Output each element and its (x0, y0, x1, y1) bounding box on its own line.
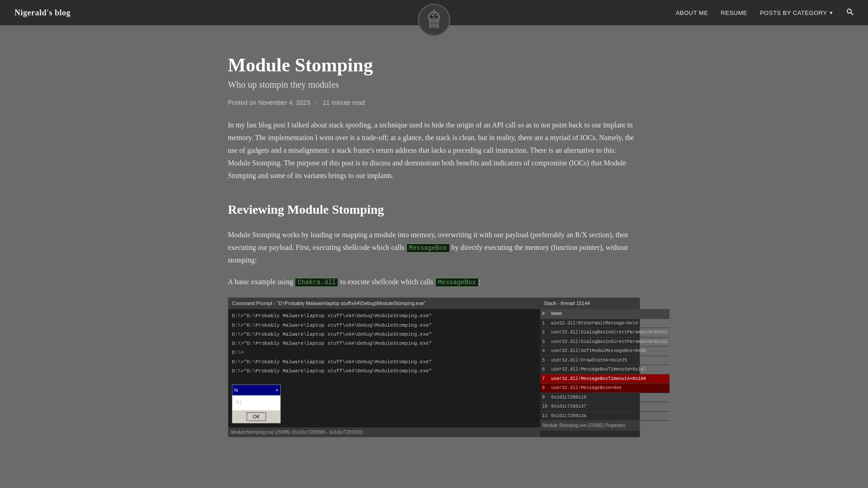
stack-titlebar: Stack - thread 15144 (540, 298, 640, 309)
dialog-buttons: OK (232, 410, 280, 423)
messagebox-code-1: MessageBox (406, 244, 450, 253)
messagebox-code-2: MessageBox (435, 278, 479, 287)
stack-row-10: 100x1d1c7280137 (540, 402, 670, 412)
section1-heading: Reviewing Module Stomping (228, 198, 640, 221)
navbar: Nigerald's blog ABOUT ME RES (0, 0, 868, 25)
about-me-link[interactable]: ABOUT ME (676, 9, 708, 16)
posts-by-category-label: POSTS BY CATEGORY (760, 9, 827, 16)
cmd-titlebar: Command Prompt - "D:\Probably Malware\la… (228, 298, 540, 309)
svg-rect-5 (429, 21, 439, 25)
svg-point-3 (432, 15, 433, 16)
read-time: 11 minute read (323, 99, 365, 106)
stack-col-num: # (540, 309, 549, 319)
resume-link[interactable]: RESUME (721, 9, 747, 16)
hi-dialog: hi × hi OK (232, 385, 537, 423)
svg-point-7 (434, 9, 435, 11)
intro-paragraph: In my last blog post I talked about stac… (228, 119, 640, 182)
stack-row-2: 2user32.dll!DialogBoxIndirectParamAorW+0… (540, 328, 670, 338)
logo-svg (423, 9, 445, 31)
dialog-ok-button[interactable]: OK (246, 412, 266, 421)
stack-col-name: Name (549, 309, 670, 319)
cmd-panel: Command Prompt - "D:\Probably Malware\la… (228, 298, 540, 437)
screenshot-image: Command Prompt - "D:\Probably Malware\la… (228, 297, 640, 437)
cmd-line-1: D:\>"D:\Probably Malware\laptop stuff\x6… (232, 312, 537, 320)
post-subtitle: Who up stompin they modules (228, 80, 640, 90)
stack-panel: Stack - thread 15144 # Name 1win32.dll!N… (540, 298, 640, 437)
cmd-line-3: D:\>"D:\Probably Malware\laptop stuff\x6… (232, 330, 537, 339)
svg-point-1 (430, 15, 434, 18)
cmd-body: D:\>"D:\Probably Malware\laptop stuff\x6… (228, 309, 540, 427)
stack-table: # Name 1win32.dll!NtUserWaitMessage+0x14… (540, 309, 670, 421)
dialog-titlebar: hi × (232, 385, 280, 395)
cmd-line-5: D:\> (232, 348, 537, 357)
cmd-line-6: D:\>"D:\Probably Malware\laptop stuff\x6… (232, 358, 537, 366)
dialog-title-text: hi (234, 386, 238, 394)
stack-row-6: 6user32.dll!MessageBoxTimeoutW+0x1a7 (540, 365, 670, 375)
site-brand[interactable]: Nigerald's blog (14, 8, 71, 18)
svg-point-2 (435, 15, 438, 18)
post-meta: Posted on November 4, 2023 · 11 minute r… (228, 99, 640, 106)
stack-row-11: 110x1d1c728013a (540, 411, 670, 421)
stack-row-4: 4user32.dll!SoftModalMessageBox+0x8b (540, 347, 670, 356)
posted-on-label: Posted on (228, 99, 256, 106)
stack-bottom-bar: Module Stomping.exe (29396) Properties (540, 421, 640, 431)
stack-row-7: 7user32.dll!MessageBoxTimeoutA+0x108 (540, 374, 670, 384)
dropdown-arrow-icon: ▼ (829, 10, 834, 15)
meta-separator: · (316, 99, 317, 106)
section1-text2-mid: to execute shellcode which calls (338, 278, 435, 286)
page-content: Module Stomping Who up stompin they modu… (217, 25, 651, 465)
cmd-line-4: D:\>"D:\Probably Malware\laptop stuff\x6… (232, 339, 537, 348)
nav-links: ABOUT ME RESUME POSTS BY CATEGORY ▼ (676, 8, 854, 17)
cmd-line-2: D:\>"D:\Probably Malware\laptop stuff\x6… (232, 321, 537, 330)
search-icon[interactable] (846, 8, 854, 17)
site-logo (418, 4, 450, 36)
post-title: Module Stomping (228, 54, 640, 76)
cmd-line-7: D:\>"D:\Probably Malware\laptop stuff\x6… (232, 367, 537, 375)
section1-paragraph2: A basic example using Chakra.dll to exec… (228, 276, 640, 288)
dialog-content: hi (232, 395, 280, 410)
section1-text2-post: : (479, 278, 481, 286)
stack-row-9: 90x1d1c7280110 (540, 393, 670, 402)
stack-row-3: 3user32.dll!DialogBoxIndirectParamAorW+0… (540, 337, 670, 347)
section1-paragraph1: Module Stomping works by loading or mapp… (228, 229, 640, 267)
svg-line-9 (851, 13, 853, 15)
posts-by-category-dropdown[interactable]: POSTS BY CATEGORY ▼ (760, 9, 834, 16)
stack-row-5: 5user32.dll!DrawStateA+0x1e25 (540, 356, 670, 365)
post-date: November 4, 2023 (258, 99, 310, 106)
chakra-code: Chakra.dll (295, 278, 338, 287)
cmd-bottom-bar: ModuleStomping.exe (29396) (0x1d1c728000… (228, 427, 540, 437)
svg-point-4 (436, 15, 437, 16)
stack-row-8: 8user32.dll!MessageBoxA+0xe (540, 384, 670, 393)
section1-text2-pre: A basic example using (228, 278, 295, 286)
post-body: In my last blog post I talked about stac… (228, 119, 640, 437)
stack-row-1: 1win32.dll!NtUserWaitMessage+0x14 (540, 319, 670, 328)
dialog-close-icon: × (276, 386, 278, 394)
